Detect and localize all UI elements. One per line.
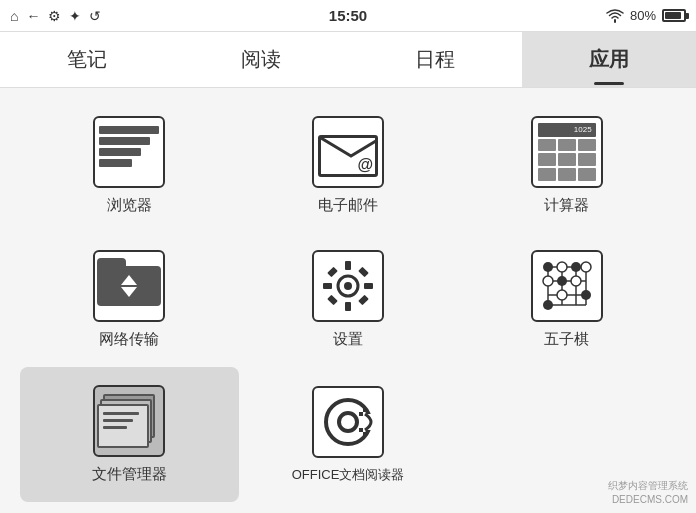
svg-rect-34 — [359, 428, 363, 432]
filemanager-label: 文件管理器 — [92, 465, 167, 484]
calculator-icon: 1025 — [531, 116, 603, 188]
filemanager-icon — [93, 385, 165, 457]
gomoku-icon — [531, 250, 603, 322]
svg-rect-6 — [327, 267, 338, 278]
office-icon — [312, 386, 384, 458]
svg-rect-35 — [363, 432, 367, 436]
svg-rect-7 — [358, 267, 369, 278]
email-icon: @ — [312, 116, 384, 188]
svg-point-26 — [571, 276, 581, 286]
browser-icon — [93, 116, 165, 188]
svg-point-20 — [557, 276, 567, 286]
tab-read[interactable]: 阅读 — [174, 32, 348, 87]
svg-rect-8 — [327, 295, 338, 306]
svg-point-22 — [543, 300, 553, 310]
battery-icon — [662, 9, 686, 22]
svg-point-23 — [557, 262, 567, 272]
svg-point-21 — [581, 290, 591, 300]
home-icon[interactable]: ⌂ — [10, 8, 18, 24]
tab-bar: 笔记 阅读 日程 应用 — [0, 32, 696, 88]
svg-point-25 — [543, 276, 553, 286]
svg-point-24 — [581, 262, 591, 272]
app-office[interactable]: OFFICE文档阅读器 — [239, 367, 458, 502]
svg-rect-5 — [364, 283, 373, 289]
status-right-icons: 80% — [606, 8, 686, 23]
gomoku-label: 五子棋 — [544, 330, 589, 349]
refresh-icon[interactable]: ↺ — [89, 8, 101, 24]
settings-label: 设置 — [333, 330, 363, 349]
watermark: 织梦内容管理系统 DEDECMS.COM — [608, 479, 688, 507]
svg-rect-33 — [363, 408, 367, 412]
tab-schedule[interactable]: 日程 — [348, 32, 522, 87]
svg-rect-2 — [345, 261, 351, 270]
settings-app-icon — [312, 250, 384, 322]
app-settings[interactable]: 设置 — [239, 233, 458, 368]
calculator-label: 计算器 — [544, 196, 589, 215]
battery-percent: 80% — [630, 8, 656, 23]
svg-point-1 — [344, 282, 352, 290]
svg-point-18 — [543, 262, 553, 272]
app-grid: 浏览器 @ 电子邮件 1025 — [0, 88, 696, 512]
app-email[interactable]: @ 电子邮件 — [239, 98, 458, 233]
app-gomoku[interactable]: 五子棋 — [457, 233, 676, 368]
status-time: 15:50 — [329, 7, 367, 24]
settings-icon[interactable]: ⚙ — [48, 8, 61, 24]
svg-point-19 — [571, 262, 581, 272]
app-network[interactable]: 网络传输 — [20, 233, 239, 368]
back-icon[interactable]: ← — [26, 8, 40, 24]
network-icon — [93, 250, 165, 322]
wifi-icon — [606, 9, 624, 23]
office-label: OFFICE文档阅读器 — [292, 466, 405, 484]
svg-point-27 — [557, 290, 567, 300]
status-bar: ⌂ ← ⚙ ✦ ↺ 15:50 80% — [0, 0, 696, 32]
app-browser[interactable]: 浏览器 — [20, 98, 239, 233]
app-calculator[interactable]: 1025 计算器 — [457, 98, 676, 233]
network-label: 网络传输 — [99, 330, 159, 349]
status-left-icons: ⌂ ← ⚙ ✦ ↺ — [10, 8, 101, 24]
svg-rect-9 — [358, 295, 369, 306]
svg-rect-3 — [345, 302, 351, 311]
app-filemanager[interactable]: 文件管理器 — [20, 367, 239, 502]
svg-rect-4 — [323, 283, 332, 289]
apps-icon[interactable]: ✦ — [69, 8, 81, 24]
tab-notes[interactable]: 笔记 — [0, 32, 174, 87]
tab-apps[interactable]: 应用 — [522, 32, 696, 87]
svg-rect-32 — [359, 412, 363, 416]
browser-label: 浏览器 — [107, 196, 152, 215]
email-label: 电子邮件 — [318, 196, 378, 215]
